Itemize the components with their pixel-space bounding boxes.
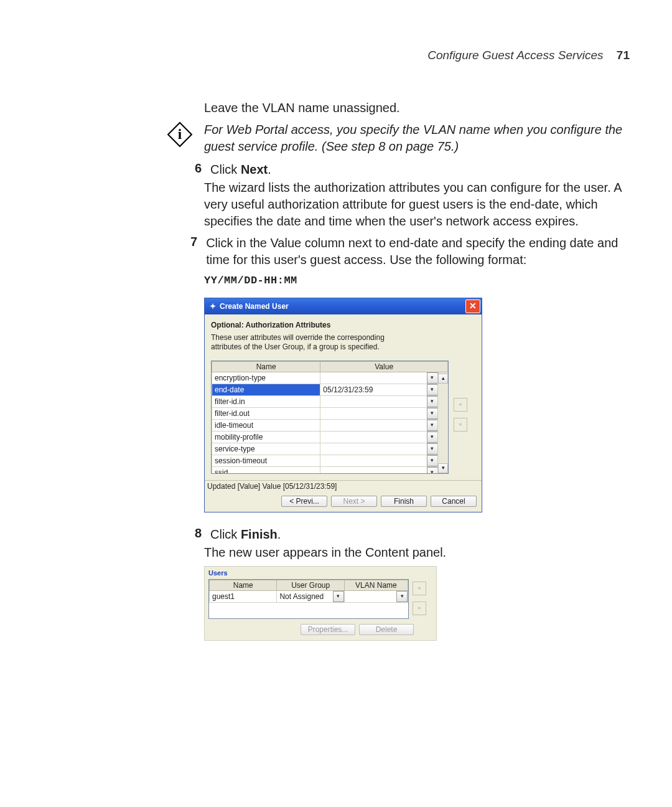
users-panel: Users Name User Group VLAN Name [204, 566, 437, 641]
attr-name: session-timeout [212, 455, 320, 467]
dialog-titlebar: ✦ Create Named User ✕ [205, 298, 482, 314]
next-button: Next > [331, 496, 377, 507]
table-row[interactable]: filter-id.in▾ [212, 396, 448, 408]
attr-name: filter-id.in [212, 396, 320, 408]
create-user-dialog: ✦ Create Named User ✕ Optional: Authoriz… [204, 298, 482, 512]
users-col-vlan: VLAN Name [344, 580, 408, 591]
scroll-down-icon[interactable]: ▾ [438, 463, 448, 473]
step-number-8: 8 [190, 526, 202, 540]
dialog-description: These user attributes will override the … [211, 333, 416, 352]
table-row[interactable]: mobility-profile▾ [212, 432, 448, 443]
delete-button: Delete [359, 624, 414, 635]
svg-text:i: i [178, 126, 182, 142]
table-row[interactable]: filter-id.out▾ [212, 408, 448, 420]
attr-name: idle-timeout [212, 420, 320, 432]
chevron-down-icon[interactable]: ▾ [396, 591, 408, 602]
table-row[interactable]: idle-timeout▾ [212, 420, 448, 432]
users-col-name: Name [210, 580, 277, 591]
table-row[interactable]: end-date05/12/31/23:59▾ [212, 384, 448, 396]
col-value: Value [320, 362, 448, 372]
remove-button[interactable]: ▫ [454, 418, 467, 432]
table-row[interactable]: service-type▾ [212, 443, 448, 455]
attr-name: encryption-type [212, 372, 320, 384]
chevron-down-icon[interactable]: ▾ [427, 467, 438, 474]
chevron-down-icon[interactable]: ▾ [333, 591, 344, 602]
chevron-down-icon[interactable]: ▾ [427, 455, 438, 466]
step-number-6: 6 [190, 161, 202, 176]
add-button[interactable]: ▫ [454, 398, 467, 412]
chevron-down-icon[interactable]: ▾ [427, 443, 438, 455]
dialog-title: Create Named User [220, 302, 289, 311]
step-8-body: The new user appears in the Content pane… [204, 544, 630, 561]
chevron-down-icon[interactable]: ▾ [427, 384, 438, 395]
attr-name: service-type [212, 443, 320, 455]
attr-name: filter-id.out [212, 408, 320, 420]
running-header: Configure Guest Access Services 71 [42, 49, 630, 62]
scrollbar[interactable]: ▴ ▾ [437, 374, 448, 473]
step-8-text: Click Finish. [210, 526, 281, 543]
col-name: Name [212, 362, 320, 372]
close-icon[interactable]: ✕ [465, 300, 480, 313]
intro-paragraph: Leave the VLAN name unassigned. [204, 100, 630, 116]
date-format: YY/MM/DD-HH:MM [204, 275, 630, 286]
chevron-down-icon[interactable]: ▾ [427, 372, 438, 384]
remove-user-button[interactable]: ▫ [413, 602, 426, 615]
app-icon: ✦ [210, 302, 216, 311]
cancel-button[interactable]: Cancel [431, 496, 477, 507]
table-row[interactable]: encryption-type▾ [212, 372, 448, 384]
chevron-down-icon[interactable]: ▾ [427, 432, 438, 443]
attr-name: ssid [212, 467, 320, 474]
chevron-down-icon[interactable]: ▾ [427, 408, 438, 419]
user-group-cell: Not Assigned [277, 592, 332, 601]
table-row[interactable]: session-timeout▾ [212, 455, 448, 467]
prev-button[interactable]: < Previ... [281, 496, 327, 507]
properties-button: Properties... [301, 624, 355, 635]
table-row[interactable]: guest1 Not Assigned ▾ [210, 591, 408, 603]
step-6-text: Click Next. [210, 161, 271, 178]
attribute-table[interactable]: Name Value encryption-type▾end-date05/12… [211, 361, 449, 474]
info-icon: i [167, 121, 193, 148]
chevron-down-icon[interactable]: ▾ [427, 396, 438, 407]
step-7-text: Click in the Value column next to end-da… [206, 235, 630, 268]
page-number: 71 [617, 49, 630, 62]
users-col-group: User Group [277, 580, 344, 591]
step-number-7: 7 [190, 235, 197, 249]
attr-name: end-date [212, 384, 320, 396]
add-user-button[interactable]: ▫ [413, 582, 426, 595]
users-title: Users [208, 569, 432, 577]
finish-button[interactable]: Finish [381, 496, 427, 507]
attr-value[interactable]: 05/12/31/23:59 [320, 385, 427, 394]
note-text: For Web Portal access, you specify the V… [204, 121, 630, 155]
chevron-down-icon[interactable]: ▾ [427, 420, 438, 431]
step-6-body: The wizard lists the authorization attri… [204, 179, 630, 230]
section-title: Configure Guest Access Services [427, 49, 603, 62]
scroll-up-icon[interactable]: ▴ [438, 374, 448, 384]
user-name-cell: guest1 [210, 591, 277, 603]
dialog-heading: Optional: Authorization Attributes [211, 321, 475, 329]
users-table[interactable]: Name User Group VLAN Name guest1 Not Ass [208, 579, 409, 619]
attr-name: mobility-profile [212, 432, 320, 443]
table-row[interactable]: ssid▾ [212, 467, 448, 474]
status-bar: Updated [Value] Value [05/12/31/23:59] [205, 480, 482, 492]
